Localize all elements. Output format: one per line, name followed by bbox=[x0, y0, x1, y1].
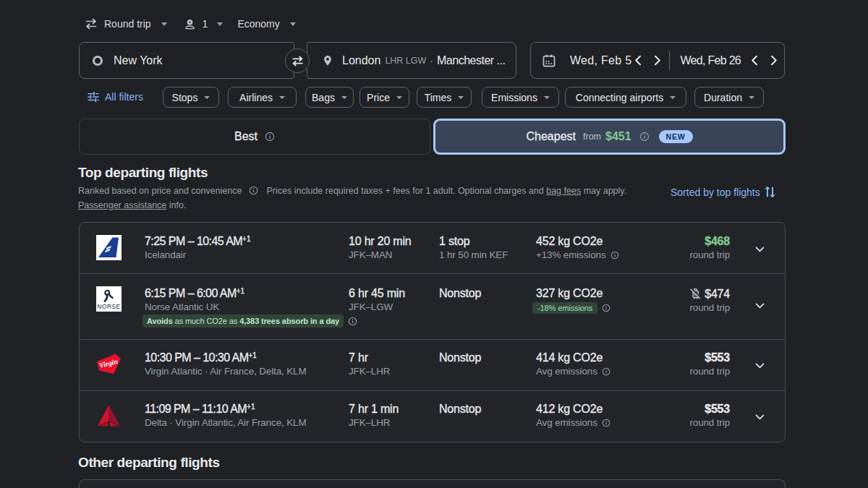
svg-text:NORSE: NORSE bbox=[98, 303, 121, 310]
